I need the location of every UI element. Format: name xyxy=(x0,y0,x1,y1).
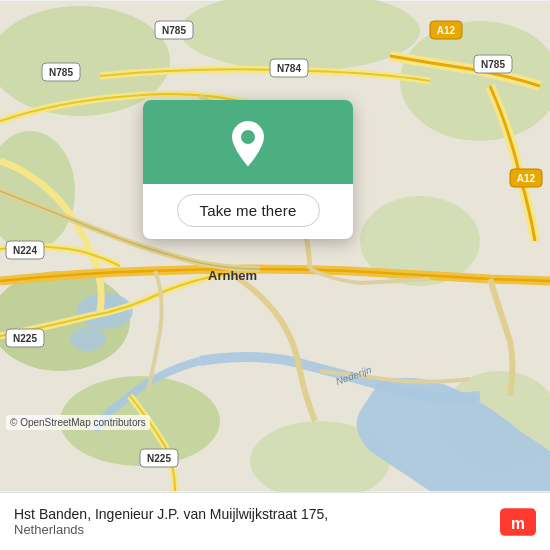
svg-point-11 xyxy=(70,327,106,351)
svg-text:N785: N785 xyxy=(162,25,186,36)
moovit-icon: m xyxy=(500,508,536,536)
svg-text:N224: N224 xyxy=(13,245,37,256)
popup-card: Take me there xyxy=(143,100,353,239)
svg-text:N225: N225 xyxy=(13,333,37,344)
take-me-there-button[interactable]: Take me there xyxy=(177,194,320,227)
location-info: Hst Banden, Ingenieur J.P. van Muijlwijk… xyxy=(14,506,328,537)
app: N785 N784 N785 N785 A12 A12 N224 N225 xyxy=(0,0,550,550)
place-name: Hst Banden, Ingenieur J.P. van Muijlwijk… xyxy=(14,506,328,522)
svg-text:N225: N225 xyxy=(147,453,171,464)
svg-point-30 xyxy=(241,130,255,144)
svg-text:A12: A12 xyxy=(437,25,456,36)
popup-green-area xyxy=(143,100,353,184)
osm-attribution: © OpenStreetMap contributors xyxy=(6,415,150,430)
svg-text:N784: N784 xyxy=(277,63,301,74)
location-pin-icon xyxy=(226,118,270,170)
svg-text:N785: N785 xyxy=(49,67,73,78)
moovit-logo: m xyxy=(500,508,536,536)
svg-text:A12: A12 xyxy=(517,173,536,184)
map-container: N785 N784 N785 N785 A12 A12 N224 N225 xyxy=(0,0,550,492)
svg-text:N785: N785 xyxy=(481,59,505,70)
svg-text:m: m xyxy=(511,514,525,531)
place-country: Netherlands xyxy=(14,522,328,537)
bottom-bar: Hst Banden, Ingenieur J.P. van Muijlwijk… xyxy=(0,492,550,550)
